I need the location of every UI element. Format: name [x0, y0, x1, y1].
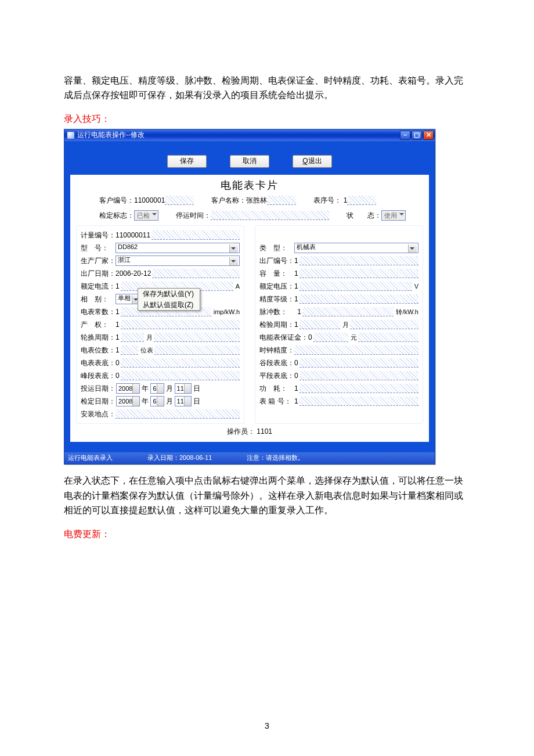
deposit-input[interactable] [313, 333, 348, 342]
power-value: 1 [294, 384, 298, 393]
cust-name-label: 客户名称： [211, 196, 246, 204]
stop-time-input[interactable] [211, 211, 329, 220]
rated-voltage-label: 额定电压： [259, 282, 294, 290]
mfr-label: 生产厂家： [81, 257, 116, 265]
unit-impkwh: imp/kW.h [214, 308, 240, 316]
check-cycle-value: 1 [294, 321, 298, 329]
unit-month: 月 [146, 334, 153, 341]
state-label: 状 态： [347, 211, 381, 219]
pulse-value: 1 [297, 308, 301, 316]
cust-name-value: 张胜林 [246, 196, 267, 204]
rotate-cycle-value: 1 [116, 333, 120, 341]
ctx-load-default[interactable]: 从默认值提取(Z) [138, 300, 200, 310]
rotate-cycle-input[interactable] [121, 333, 144, 342]
check-flag-label: 检定标志： [99, 211, 134, 219]
type-label: 类 型： [259, 244, 294, 252]
capacity-value: 1 [294, 269, 298, 278]
box-label: 表 箱 号： [259, 397, 294, 405]
digits-value: 1 [116, 346, 120, 354]
type-select[interactable]: 机械表 [294, 243, 418, 253]
out-date-input[interactable] [152, 269, 240, 278]
cancel-button[interactable]: 取消 [230, 155, 269, 168]
rated-current-label: 额定电流： [81, 282, 116, 290]
seq-value: 1 [344, 196, 348, 204]
context-menu[interactable]: 保存为默认值(Y) 从默认值提取(Z) [138, 288, 200, 311]
meter-no-label: 计量编号： [81, 231, 116, 239]
tips-heading: 录入技巧： [64, 111, 470, 127]
update-heading: 电费更新： [64, 527, 470, 542]
window-title: 运行电能表操作--修改 [77, 131, 400, 139]
install-label: 安装地点： [81, 410, 116, 418]
run-date-spinner[interactable]: 2008年 6月 11日 [116, 383, 240, 394]
box-value: 1 [294, 397, 298, 405]
check-flag-select[interactable]: 已检 [134, 210, 158, 221]
mfr-select[interactable]: 浙江 [116, 255, 240, 266]
flat-input[interactable] [300, 371, 418, 380]
minimize-button[interactable]: – [400, 131, 410, 140]
fac-no-input[interactable] [300, 256, 418, 265]
capacity-input[interactable] [300, 269, 418, 278]
close-button[interactable]: ✕ [423, 131, 434, 140]
rated-voltage-input[interactable] [300, 282, 412, 291]
status-date-value: 2008-06-11 [179, 454, 212, 461]
page-number: 3 [0, 719, 534, 733]
base-value: 0 [116, 359, 120, 367]
const-value: 1 [116, 308, 120, 316]
valley-input[interactable] [300, 358, 418, 368]
check-date-spinner[interactable]: 2008年 6月 11日 [116, 396, 240, 406]
titlebar[interactable]: 运行电能表操作--修改 – ▢ ✕ [64, 129, 435, 141]
power-label: 功 耗： [259, 384, 294, 393]
digits-label: 电表位数： [81, 346, 116, 354]
fac-no-label: 出厂编号： [259, 257, 294, 265]
app-icon [67, 131, 75, 139]
out-date-value: 2006-20-12 [116, 269, 151, 278]
box-input[interactable] [300, 397, 418, 406]
unit-a: A [236, 283, 240, 290]
out-date-label: 出厂日期： [81, 269, 116, 278]
rated-voltage-value: 1 [294, 282, 298, 290]
clock-input[interactable] [294, 345, 418, 355]
power-input[interactable] [300, 384, 418, 393]
capacity-label: 容 量： [259, 269, 294, 278]
digits-input[interactable] [121, 345, 138, 355]
flat-value: 0 [294, 372, 298, 380]
meter-no-input[interactable] [151, 231, 240, 240]
phase-label: 相 别： [81, 295, 116, 303]
unit-digits: 位表 [140, 347, 153, 354]
peak-label: 峰段表底： [81, 372, 116, 380]
accuracy-label: 精度等级： [259, 295, 294, 303]
base-label: 电表表底： [81, 359, 116, 367]
owner-input[interactable] [121, 320, 240, 329]
model-label: 型 号： [81, 244, 116, 252]
base-input[interactable] [121, 358, 240, 368]
install-input[interactable] [116, 409, 240, 419]
state-select[interactable]: 使用 [381, 210, 406, 221]
card-title: 电能表卡片 [76, 179, 423, 192]
status-date-label: 录入日期： [147, 454, 179, 461]
accuracy-value: 1 [294, 295, 298, 303]
save-button[interactable]: 保存 [167, 155, 207, 168]
model-select[interactable]: DD862 [116, 243, 240, 253]
ctx-save-default[interactable]: 保存为默认值(Y) [138, 289, 200, 299]
explanation-paragraph: 在录入状态下，在任意输入项中点击鼠标右键弹出两个菜单，选择保存为默认值，可以将任… [64, 473, 470, 518]
run-date-label: 投运日期： [81, 384, 116, 393]
peak-input[interactable] [121, 371, 240, 380]
deposit-value: 0 [308, 333, 312, 341]
quit-button[interactable]: Q 退出 [293, 155, 332, 168]
check-cycle-input[interactable] [300, 320, 340, 329]
operator-value: 1101 [257, 427, 272, 435]
maximize-button[interactable]: ▢ [412, 131, 422, 140]
unit-pulse: 转/kW.h [396, 308, 418, 316]
check-cycle-label: 检验周期： [259, 321, 294, 329]
status-mode: 运行电能表录入 [68, 454, 113, 462]
pulse-input[interactable] [302, 307, 394, 316]
accuracy-input[interactable] [300, 294, 418, 304]
cust-no-value: 11000001 [134, 196, 165, 204]
const-label: 电表常数： [81, 308, 116, 316]
status-hint: 注意：请选择相数。 [247, 454, 304, 462]
owner-label: 产 权： [81, 321, 116, 329]
rated-current-value: 1 [116, 282, 120, 290]
cust-no-label: 客户编号： [99, 196, 134, 204]
rotate-cycle-label: 轮换周期： [81, 333, 116, 341]
unit-v: V [414, 283, 418, 290]
